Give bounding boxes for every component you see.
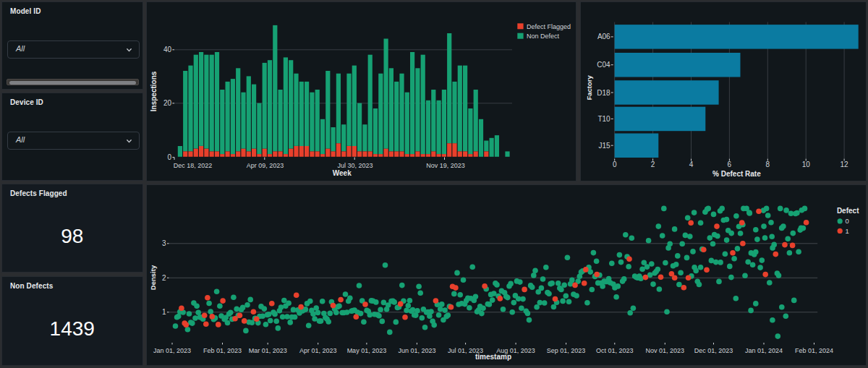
- svg-text:Feb 01, 2023: Feb 01, 2023: [203, 347, 242, 354]
- svg-text:Feb 01, 2024: Feb 01, 2024: [795, 347, 833, 354]
- svg-text:Dec 18, 2022: Dec 18, 2022: [174, 162, 213, 169]
- svg-text:Jan 01, 2024: Jan 01, 2024: [745, 347, 783, 354]
- svg-text:2: 2: [651, 161, 655, 168]
- svg-text:Dec 01, 2023: Dec 01, 2023: [694, 347, 733, 354]
- svg-text:12: 12: [841, 161, 849, 168]
- svg-text:Apr 01, 2023: Apr 01, 2023: [299, 347, 337, 354]
- svg-text:Jul 30, 2023: Jul 30, 2023: [337, 162, 373, 169]
- svg-text:0: 0: [167, 153, 171, 161]
- svg-text:T10: T10: [597, 115, 610, 123]
- svg-text:Inspections: Inspections: [150, 71, 158, 111]
- svg-text:40: 40: [163, 46, 172, 54]
- svg-text:0: 0: [613, 161, 617, 168]
- svg-text:Sep 01, 2023: Sep 01, 2023: [547, 347, 586, 354]
- svg-text:timestamp: timestamp: [475, 353, 511, 361]
- svg-text:Defect Flagged: Defect Flagged: [527, 23, 571, 30]
- svg-text:Nov 19, 2023: Nov 19, 2023: [426, 162, 465, 169]
- svg-text:Density: Density: [149, 265, 157, 290]
- svg-text:D18: D18: [597, 89, 610, 97]
- svg-text:10: 10: [802, 161, 811, 168]
- svg-text:C04: C04: [597, 61, 610, 69]
- svg-text:% Defect Rate: % Defect Rate: [712, 170, 761, 178]
- svg-text:May 01, 2023: May 01, 2023: [347, 347, 387, 354]
- svg-text:20: 20: [163, 99, 172, 107]
- svg-text:A06: A06: [597, 33, 610, 40]
- svg-text:0: 0: [845, 217, 848, 225]
- svg-text:Oct 01, 2023: Oct 01, 2023: [596, 347, 634, 354]
- svg-text:Defect: Defect: [837, 207, 859, 215]
- svg-text:Week: Week: [333, 169, 352, 177]
- svg-text:Jan 01, 2023: Jan 01, 2023: [153, 347, 191, 354]
- svg-text:1: 1: [162, 308, 166, 316]
- svg-text:3: 3: [162, 239, 166, 247]
- svg-text:Factory: Factory: [585, 75, 593, 100]
- svg-text:1: 1: [845, 227, 848, 235]
- svg-text:Jun 01, 2023: Jun 01, 2023: [398, 347, 435, 354]
- svg-text:Nov 01, 2023: Nov 01, 2023: [646, 347, 685, 354]
- svg-text:6: 6: [728, 161, 732, 168]
- svg-text:J15: J15: [599, 142, 611, 150]
- svg-text:Apr 09, 2023: Apr 09, 2023: [247, 162, 284, 169]
- svg-text:8: 8: [766, 161, 770, 168]
- svg-text:Non Defect: Non Defect: [527, 33, 560, 40]
- svg-text:2: 2: [162, 274, 166, 282]
- svg-text:Mar 01, 2023: Mar 01, 2023: [249, 347, 287, 354]
- svg-text:4: 4: [689, 161, 694, 168]
